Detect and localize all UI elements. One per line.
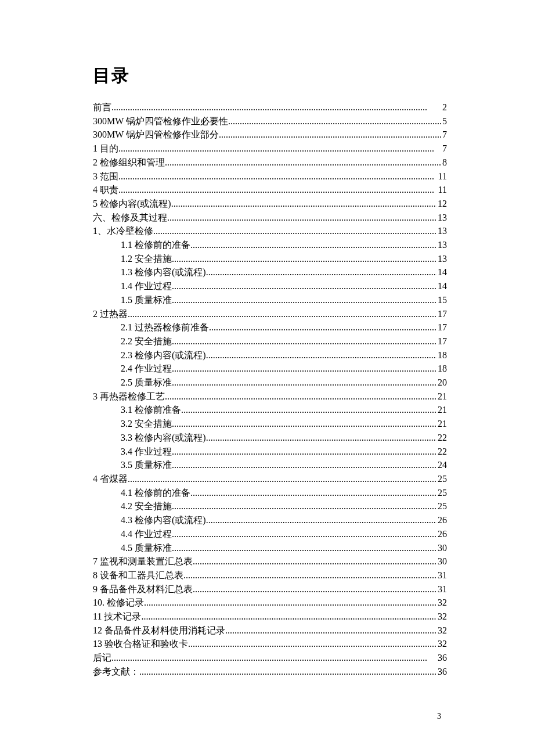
toc-entry-page: 13 xyxy=(436,224,447,238)
toc-entry-page: 11 xyxy=(437,183,447,197)
toc-entry-page: 32 xyxy=(436,596,447,610)
toc-entry-label: 5 检修内容(或流程) xyxy=(93,197,171,211)
toc-entry-label: 1.1 检修前的准备 xyxy=(121,238,190,252)
toc-entry: 3.4 作业过程22 xyxy=(93,445,447,459)
toc-dot-leader xyxy=(190,238,436,252)
toc-entry-label: 2 过热器 xyxy=(93,307,128,321)
toc-entry-label: 3 范围 xyxy=(93,170,118,183)
toc-dot-leader xyxy=(209,321,436,334)
toc-entry: 300MW 锅炉四管检修作业部分7 xyxy=(93,128,447,142)
toc-entry-page: 32 xyxy=(436,610,447,624)
toc-dot-leader xyxy=(118,183,437,197)
toc-entry: 7 监视和测量装置汇总表30 xyxy=(93,555,447,568)
document-page: 目录 前言2300MW 锅炉四管检修作业必要性5300MW 锅炉四管检修作业部分… xyxy=(0,0,534,679)
toc-entry-label: 3.1 检修前准备 xyxy=(121,403,181,417)
toc-entry: 300MW 锅炉四管检修作业必要性5 xyxy=(93,114,447,128)
toc-entry-page: 32 xyxy=(436,637,447,651)
toc-entry-label: 4.4 作业过程 xyxy=(121,527,172,541)
toc-dot-leader xyxy=(165,390,436,404)
toc-entry-label: 1.4 作业过程 xyxy=(121,279,172,293)
toc-entry-page: 15 xyxy=(436,293,447,307)
toc-entry: 1 目的7 xyxy=(93,142,447,156)
toc-entry: 4 职责11 xyxy=(93,183,447,197)
toc-entry-page: 21 xyxy=(436,417,447,431)
toc-dot-leader xyxy=(165,156,441,170)
toc-entry-page: 18 xyxy=(436,362,447,376)
toc-entry-label: 9 备品备件及材料汇总表 xyxy=(93,582,193,596)
toc-entry: 8 设备和工器具汇总表31 xyxy=(93,568,447,582)
toc-entry-page: 17 xyxy=(436,321,447,334)
toc-entry-page: 26 xyxy=(436,527,447,541)
toc-dot-leader xyxy=(172,445,436,459)
toc-dot-leader xyxy=(190,486,436,500)
toc-entry: 4.5 质量标准30 xyxy=(93,541,447,555)
toc-entry-label: 13 验收合格证和验收卡 xyxy=(93,637,188,651)
toc-dot-leader xyxy=(172,376,436,390)
toc-entry-label: 4.1 检修前的准备 xyxy=(121,486,190,500)
toc-dot-leader xyxy=(172,252,436,266)
toc-entry-page: 30 xyxy=(436,555,447,568)
toc-dot-leader xyxy=(111,100,441,114)
toc-entry-page: 24 xyxy=(436,458,447,472)
toc-entry: 2.1 过热器检修前准备17 xyxy=(93,321,447,334)
toc-entry: 3.1 检修前准备21 xyxy=(93,403,447,417)
toc-entry: 1.2 安全措施13 xyxy=(93,252,447,266)
toc-entry-label: 六、检修及其过程 xyxy=(93,211,167,225)
toc-entry: 1.3 检修内容(或流程)14 xyxy=(93,265,447,279)
toc-entry: 4.1 检修前的准备25 xyxy=(93,486,447,500)
toc-entry: 2.3 检修内容(或流程)18 xyxy=(93,348,447,362)
toc-dot-leader xyxy=(188,637,436,651)
toc-dot-leader xyxy=(172,527,436,541)
toc-entry: 4 省煤器25 xyxy=(93,472,447,486)
toc-entry-page: 13 xyxy=(436,211,447,225)
toc-entry-label: 7 监视和测量装置汇总表 xyxy=(93,555,193,568)
toc-dot-leader xyxy=(111,651,436,665)
toc-entry-page: 21 xyxy=(436,403,447,417)
toc-entry-label: 12 备品备件及材料使用消耗记录 xyxy=(93,624,225,638)
toc-heading: 目录 xyxy=(93,64,447,88)
toc-entry: 3 范围11 xyxy=(93,170,447,183)
toc-entry-label: 2 检修组织和管理 xyxy=(93,156,165,170)
toc-entry-label: 前言 xyxy=(93,100,111,114)
toc-entry-page: 7 xyxy=(441,142,447,156)
toc-entry-page: 13 xyxy=(436,238,447,252)
toc-entry-page: 21 xyxy=(436,390,447,404)
toc-entry-label: 3.2 安全措施 xyxy=(121,417,172,431)
page-number: 3 xyxy=(437,712,441,721)
toc-entry-page: 18 xyxy=(436,348,447,362)
toc-entry-page: 31 xyxy=(436,582,447,596)
toc-dot-leader xyxy=(167,211,436,225)
toc-dot-leader xyxy=(206,431,436,445)
toc-entry-label: 4.2 安全措施 xyxy=(121,499,172,513)
toc-entry: 13 验收合格证和验收卡32 xyxy=(93,637,447,651)
toc-dot-leader xyxy=(172,334,436,348)
toc-entry: 2 检修组织和管理8 xyxy=(93,156,447,170)
toc-entry-page: 25 xyxy=(436,472,447,486)
toc-entry-page: 36 xyxy=(436,651,447,665)
toc-list: 前言2300MW 锅炉四管检修作业必要性5300MW 锅炉四管检修作业部分71 … xyxy=(93,100,447,679)
toc-dot-leader xyxy=(193,555,436,568)
toc-dot-leader xyxy=(118,170,437,183)
toc-entry: 2.2 安全措施17 xyxy=(93,334,447,348)
toc-dot-leader xyxy=(172,499,436,513)
toc-entry: 2 过热器17 xyxy=(93,307,447,321)
toc-entry-label: 1、水冷壁检修 xyxy=(93,224,153,238)
toc-dot-leader xyxy=(206,348,436,362)
toc-entry-label: 1.3 检修内容(或流程) xyxy=(121,265,206,279)
toc-dot-leader xyxy=(171,197,436,211)
toc-dot-leader xyxy=(172,417,436,431)
toc-entry-label: 2.5 质量标准 xyxy=(121,376,172,390)
toc-entry: 4.4 作业过程26 xyxy=(93,527,447,541)
toc-entry-label: 3.5 质量标准 xyxy=(121,458,172,472)
toc-entry-page: 11 xyxy=(437,170,447,183)
toc-entry-label: 1.2 安全措施 xyxy=(121,252,172,266)
toc-entry-page: 17 xyxy=(436,334,447,348)
toc-entry: 10. 检修记录32 xyxy=(93,596,447,610)
toc-dot-leader xyxy=(172,293,436,307)
toc-entry: 后记36 xyxy=(93,651,447,665)
toc-entry-page: 17 xyxy=(436,307,447,321)
toc-entry-page: 14 xyxy=(436,265,447,279)
toc-entry: 3.2 安全措施21 xyxy=(93,417,447,431)
toc-entry-page: 30 xyxy=(436,541,447,555)
toc-entry-label: 3.3 检修内容(或流程) xyxy=(121,431,206,445)
